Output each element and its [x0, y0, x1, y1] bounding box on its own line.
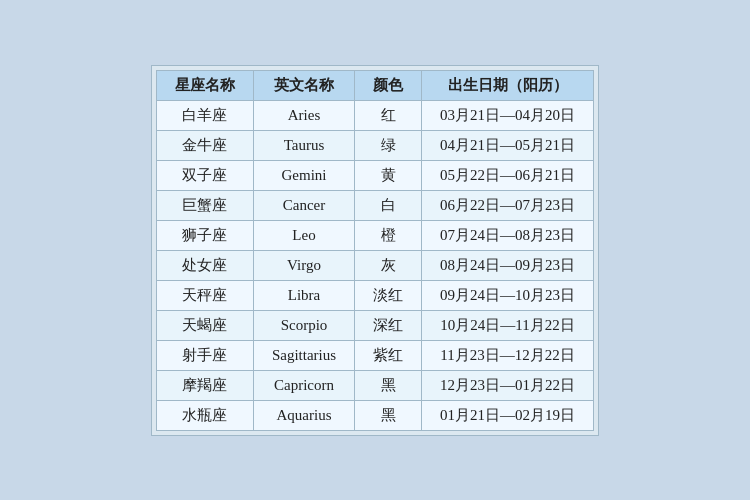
cell-english-8: Sagittarius — [253, 340, 354, 370]
cell-color-2: 黄 — [355, 160, 422, 190]
cell-english-9: Capricorn — [253, 370, 354, 400]
cell-color-6: 淡红 — [355, 280, 422, 310]
cell-chinese-1: 金牛座 — [156, 130, 253, 160]
cell-chinese-4: 狮子座 — [156, 220, 253, 250]
cell-english-2: Gemini — [253, 160, 354, 190]
table-row: 射手座Sagittarius紫红11月23日—12月22日 — [156, 340, 593, 370]
cell-chinese-9: 摩羯座 — [156, 370, 253, 400]
cell-date-1: 04月21日—05月21日 — [422, 130, 594, 160]
cell-date-0: 03月21日—04月20日 — [422, 100, 594, 130]
cell-english-3: Cancer — [253, 190, 354, 220]
cell-english-5: Virgo — [253, 250, 354, 280]
cell-english-7: Scorpio — [253, 310, 354, 340]
header-date: 出生日期（阳历） — [422, 70, 594, 100]
zodiac-table: 星座名称 英文名称 颜色 出生日期（阳历） 白羊座Aries红03月21日—04… — [156, 70, 594, 431]
table-row: 天秤座Libra淡红09月24日—10月23日 — [156, 280, 593, 310]
cell-color-8: 紫红 — [355, 340, 422, 370]
header-color: 颜色 — [355, 70, 422, 100]
table-row: 巨蟹座Cancer白06月22日—07月23日 — [156, 190, 593, 220]
cell-chinese-7: 天蝎座 — [156, 310, 253, 340]
cell-chinese-10: 水瓶座 — [156, 400, 253, 430]
table-row: 双子座Gemini黄05月22日—06月21日 — [156, 160, 593, 190]
cell-color-4: 橙 — [355, 220, 422, 250]
table-row: 摩羯座Capricorn黑12月23日—01月22日 — [156, 370, 593, 400]
cell-date-6: 09月24日—10月23日 — [422, 280, 594, 310]
cell-english-10: Aquarius — [253, 400, 354, 430]
table-row: 天蝎座Scorpio深红10月24日—11月22日 — [156, 310, 593, 340]
cell-date-8: 11月23日—12月22日 — [422, 340, 594, 370]
cell-date-7: 10月24日—11月22日 — [422, 310, 594, 340]
cell-color-9: 黑 — [355, 370, 422, 400]
cell-chinese-6: 天秤座 — [156, 280, 253, 310]
cell-chinese-5: 处女座 — [156, 250, 253, 280]
cell-date-4: 07月24日—08月23日 — [422, 220, 594, 250]
table-row: 处女座Virgo灰08月24日—09月23日 — [156, 250, 593, 280]
header-english: 英文名称 — [253, 70, 354, 100]
cell-color-3: 白 — [355, 190, 422, 220]
cell-date-2: 05月22日—06月21日 — [422, 160, 594, 190]
cell-date-9: 12月23日—01月22日 — [422, 370, 594, 400]
zodiac-table-container: 星座名称 英文名称 颜色 出生日期（阳历） 白羊座Aries红03月21日—04… — [151, 65, 599, 436]
cell-english-1: Taurus — [253, 130, 354, 160]
cell-date-10: 01月21日—02月19日 — [422, 400, 594, 430]
cell-english-4: Leo — [253, 220, 354, 250]
cell-chinese-3: 巨蟹座 — [156, 190, 253, 220]
table-row: 金牛座Taurus绿04月21日—05月21日 — [156, 130, 593, 160]
header-chinese: 星座名称 — [156, 70, 253, 100]
cell-english-6: Libra — [253, 280, 354, 310]
table-row: 狮子座Leo橙07月24日—08月23日 — [156, 220, 593, 250]
cell-color-5: 灰 — [355, 250, 422, 280]
cell-color-0: 红 — [355, 100, 422, 130]
cell-chinese-8: 射手座 — [156, 340, 253, 370]
table-row: 白羊座Aries红03月21日—04月20日 — [156, 100, 593, 130]
cell-chinese-0: 白羊座 — [156, 100, 253, 130]
cell-date-5: 08月24日—09月23日 — [422, 250, 594, 280]
cell-color-10: 黑 — [355, 400, 422, 430]
cell-english-0: Aries — [253, 100, 354, 130]
cell-color-1: 绿 — [355, 130, 422, 160]
cell-chinese-2: 双子座 — [156, 160, 253, 190]
table-header-row: 星座名称 英文名称 颜色 出生日期（阳历） — [156, 70, 593, 100]
table-row: 水瓶座Aquarius黑01月21日—02月19日 — [156, 400, 593, 430]
cell-color-7: 深红 — [355, 310, 422, 340]
cell-date-3: 06月22日—07月23日 — [422, 190, 594, 220]
